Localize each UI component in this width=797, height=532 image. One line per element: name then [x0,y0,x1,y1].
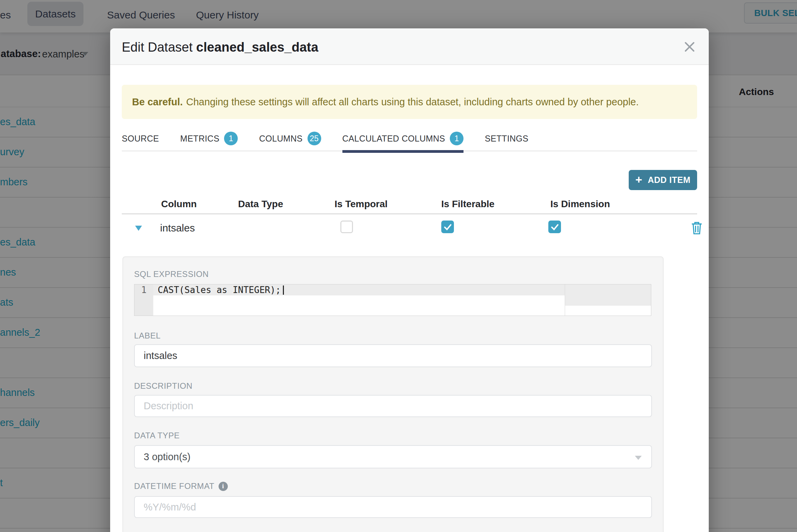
sql-expression-label: SQL EXPRESSION [134,269,209,279]
editor-print-margin [565,284,565,316]
close-icon[interactable] [681,38,698,56]
modal-title-prefix: Edit Dataset [122,40,196,54]
is-dimension-checkbox[interactable] [548,221,561,233]
datetime-format-field-label: DATETIME FORMAT i [134,481,228,491]
description-field-label: DESCRIPTION [134,381,193,391]
data-type-field-label: DATA TYPE [134,431,180,440]
sql-expression-editor[interactable]: 1 CAST(Sales as INTEGER); [134,284,651,316]
columns-count-badge: 25 [308,132,321,145]
label-field-label: LABEL [134,331,161,341]
sql-code-text: CAST(Sales as INTEGER); [158,284,281,295]
tab-source-label: SOURCE [122,134,159,144]
tab-calculated-columns-label: CALCULATED COLUMNS [342,134,445,144]
data-type-selected-value: 3 option(s) [144,451,191,463]
add-item-label: ADD ITEM [648,175,691,185]
column-header-is-dimension: Is Dimension [550,199,610,210]
column-header-is-filterable: Is Filterable [441,199,495,210]
calculated-column-name: intsales [160,222,195,234]
datetime-format-input[interactable]: %Y/%m/%d [134,496,652,518]
column-header-column: Column [161,199,197,210]
tab-calculated-columns[interactable]: CALCULATED COLUMNS1 [342,126,464,151]
is-filterable-checkbox[interactable] [441,221,454,233]
delete-column-trash-icon[interactable] [691,221,703,235]
warning-banner: Be careful. Changing these settings will… [122,85,697,119]
tab-settings[interactable]: SETTINGS [485,126,528,151]
collapse-row-caret-icon[interactable] [135,226,142,231]
datetime-format-label-text: DATETIME FORMAT [134,481,214,491]
select-caret-icon [635,456,642,460]
metrics-count-badge: 1 [224,132,238,145]
divider [122,213,697,214]
tab-source[interactable]: SOURCE [122,126,159,151]
editor-cursor [283,285,284,295]
tab-columns[interactable]: COLUMNS25 [259,126,321,151]
warning-banner-text: Changing these settings will affect all … [186,96,639,108]
modal-header: Edit Dataset cleaned_sales_data [110,28,709,65]
editor-right-shade [565,295,651,306]
tab-columns-label: COLUMNS [259,134,302,144]
label-input[interactable]: intsales [134,344,652,367]
column-header-data-type: Data Type [238,199,283,210]
modal-title: Edit Dataset cleaned_sales_data [122,28,318,65]
data-type-select[interactable]: 3 option(s) [134,445,652,468]
modal-title-dataset-name: cleaned_sales_data [196,40,318,54]
column-header-is-temporal: Is Temporal [335,199,388,210]
plus-icon: + [635,174,642,185]
tab-metrics-label: METRICS [180,134,220,144]
info-icon[interactable]: i [219,482,228,491]
calculated-column-detail-panel: SQL EXPRESSION 1 CAST(Sales as INTEGER);… [122,256,664,532]
edit-dataset-modal: Edit Dataset cleaned_sales_data Be caref… [110,28,709,532]
calculated-columns-count-badge: 1 [450,132,463,145]
is-temporal-checkbox[interactable] [340,221,353,233]
warning-banner-bold: Be careful. [132,96,183,108]
tab-metrics[interactable]: METRICS1 [180,126,238,151]
add-item-button[interactable]: + ADD ITEM [629,170,697,190]
editor-line-number: 1 [134,284,153,295]
description-input[interactable]: Description [134,395,652,417]
tab-settings-label: SETTINGS [485,134,528,144]
modal-tabs: SOURCE METRICS1 COLUMNS25 CALCULATED COL… [122,127,697,151]
